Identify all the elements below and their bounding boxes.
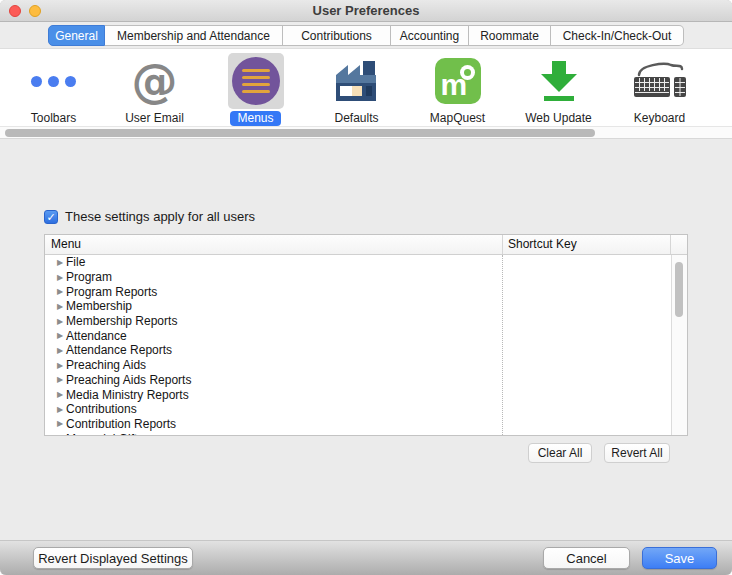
- disclosure-triangle-icon[interactable]: ▶: [45, 405, 66, 414]
- menu-cell: Attendance: [66, 329, 127, 343]
- shortcut-column-divider: [502, 255, 503, 435]
- disclosure-triangle-icon[interactable]: ▶: [45, 419, 66, 428]
- bottom-bar: Revert Displayed Settings Cancel Save: [0, 540, 732, 575]
- table-row[interactable]: ▶Contributions: [45, 402, 687, 417]
- menu-cell: Memorial Gifts: [66, 432, 143, 435]
- disclosure-triangle-icon[interactable]: ▶: [45, 434, 66, 435]
- icon-strip-scrollbar[interactable]: [0, 126, 732, 139]
- toolbar-item-defaults[interactable]: Defaults: [306, 49, 407, 126]
- table-row[interactable]: ▶Contribution Reports: [45, 417, 687, 432]
- menu-cell: Attendance Reports: [66, 343, 172, 357]
- toolbar-item-label-selected: Menus: [230, 111, 280, 126]
- clear-all-button[interactable]: Clear All: [528, 443, 592, 463]
- general-pane-content: ✓ These settings apply for all users Men…: [0, 139, 732, 540]
- menu-cell: File: [66, 255, 85, 269]
- tab-check-in-check-out[interactable]: Check-In/Check-Out: [551, 25, 684, 46]
- menu-cell: Membership: [66, 299, 132, 313]
- toolbar-item-menus[interactable]: Menus: [205, 49, 306, 126]
- tab-bar: General Membership and Attendance Contri…: [0, 22, 732, 48]
- title-bar: User Preferences: [0, 0, 732, 22]
- toolbar-item-web-update[interactable]: Web Update: [508, 49, 609, 126]
- apply-all-users-checkbox[interactable]: ✓: [44, 210, 58, 224]
- mapquest-logo-icon: m: [435, 58, 481, 104]
- menu-cell: Program: [66, 270, 112, 284]
- cancel-button[interactable]: Cancel: [543, 547, 630, 569]
- menu-cell: Preaching Aids Reports: [66, 373, 191, 387]
- column-header-menu[interactable]: Menu: [51, 237, 81, 251]
- user-preferences-window: User Preferences General Membership and …: [0, 0, 732, 575]
- tab-membership-and-attendance[interactable]: Membership and Attendance: [105, 25, 283, 46]
- table-row[interactable]: ▶Program: [45, 270, 687, 285]
- apply-all-users-label: These settings apply for all users: [65, 209, 255, 224]
- menu-cell: Contribution Reports: [66, 417, 176, 431]
- disclosure-triangle-icon[interactable]: ▶: [45, 302, 66, 311]
- column-header-shortcut-key[interactable]: Shortcut Key: [508, 237, 577, 251]
- toolbar-item-label: Keyboard: [627, 111, 692, 126]
- toolbar-item-label: MapQuest: [423, 111, 492, 126]
- factory-icon: [333, 59, 381, 103]
- disclosure-triangle-icon[interactable]: ▶: [45, 273, 66, 282]
- table-row[interactable]: ▶File: [45, 255, 687, 270]
- tab-segmented-control: General Membership and Attendance Contri…: [48, 25, 684, 46]
- toolbar-item-keyboard[interactable]: Keyboard: [609, 49, 710, 126]
- disclosure-triangle-icon[interactable]: ▶: [45, 390, 66, 399]
- toolbar-item-label: Defaults: [327, 111, 385, 126]
- table-row[interactable]: ▶Preaching Aids: [45, 358, 687, 373]
- table-row[interactable]: ▶Program Reports: [45, 284, 687, 299]
- menu-cell: Program Reports: [66, 285, 157, 299]
- disclosure-triangle-icon[interactable]: ▶: [45, 346, 66, 355]
- preference-icon-strip: Toolbars @ User Email Menus: [0, 48, 732, 126]
- menu-cell: Media Ministry Reports: [66, 388, 189, 402]
- toolbar-item-label: User Email: [118, 111, 191, 126]
- menu-cell: Preaching Aids: [66, 358, 146, 372]
- toolbar-item-user-email[interactable]: @ User Email: [104, 49, 205, 126]
- tab-general[interactable]: General: [48, 25, 105, 46]
- table-row[interactable]: ▶Attendance: [45, 328, 687, 343]
- table-scrollbar[interactable]: [671, 255, 687, 435]
- toolbar-item-toolbars[interactable]: Toolbars: [3, 49, 104, 126]
- apply-all-users-row: ✓ These settings apply for all users: [44, 209, 255, 224]
- tab-roommate[interactable]: Roommate: [469, 25, 551, 46]
- at-sign-icon: @: [132, 58, 178, 104]
- table-row[interactable]: ▶Attendance Reports: [45, 343, 687, 358]
- table-row[interactable]: ▶Preaching Aids Reports: [45, 373, 687, 388]
- menu-cell: Membership Reports: [66, 314, 177, 328]
- tab-accounting[interactable]: Accounting: [391, 25, 469, 46]
- toolbar-item-label: Web Update: [518, 111, 599, 126]
- disclosure-triangle-icon[interactable]: ▶: [45, 317, 66, 326]
- icon-strip-scrollbar-thumb[interactable]: [5, 129, 595, 137]
- disclosure-triangle-icon[interactable]: ▶: [45, 287, 66, 296]
- menu-shortcut-table: Menu Shortcut Key ▶File ▶Program ▶Progra…: [44, 234, 688, 436]
- table-row[interactable]: ▶Memorial Gifts: [45, 431, 687, 435]
- disclosure-triangle-icon[interactable]: ▶: [45, 361, 66, 370]
- download-arrow-icon: [537, 59, 581, 103]
- table-body: ▶File ▶Program ▶Program Reports ▶Members…: [45, 255, 687, 435]
- table-header: Menu Shortcut Key: [45, 235, 687, 255]
- tab-contributions[interactable]: Contributions: [283, 25, 391, 46]
- toolbar-item-label: Toolbars: [24, 111, 83, 126]
- table-scrollbar-thumb[interactable]: [675, 262, 683, 317]
- table-row[interactable]: ▶Media Ministry Reports: [45, 387, 687, 402]
- window-title: User Preferences: [0, 0, 732, 22]
- revert-all-button[interactable]: Revert All: [604, 443, 670, 463]
- save-button[interactable]: Save: [642, 547, 717, 569]
- table-row[interactable]: ▶Membership: [45, 299, 687, 314]
- revert-displayed-settings-button[interactable]: Revert Displayed Settings: [33, 547, 193, 569]
- column-divider: [502, 235, 503, 254]
- menus-list-icon: [232, 57, 280, 105]
- keyboard-icon: [633, 61, 687, 101]
- toolbars-dots-icon: [31, 76, 76, 87]
- column-divider: [670, 235, 671, 254]
- disclosure-triangle-icon[interactable]: ▶: [45, 375, 66, 384]
- disclosure-triangle-icon[interactable]: ▶: [45, 331, 66, 340]
- toolbar-item-mapquest[interactable]: m MapQuest: [407, 49, 508, 126]
- menu-cell: Contributions: [66, 402, 137, 416]
- disclosure-triangle-icon[interactable]: ▶: [45, 258, 66, 267]
- table-row[interactable]: ▶Membership Reports: [45, 314, 687, 329]
